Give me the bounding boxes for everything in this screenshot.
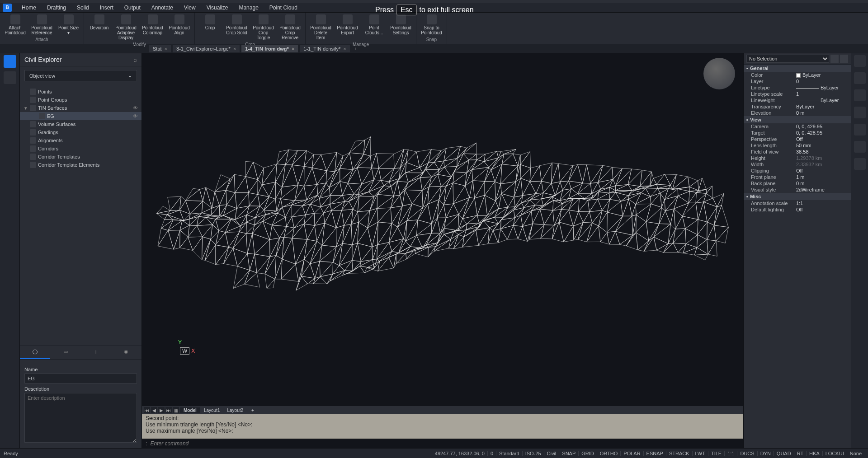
prop-row-clipping[interactable]: ClippingOff bbox=[744, 168, 851, 174]
prop-row-elevation[interactable]: Elevation0 m bbox=[744, 110, 851, 116]
tree-item-corridor-templates[interactable]: Corridor Templates bbox=[20, 153, 142, 161]
status-toggle-hka[interactable]: HKA bbox=[806, 451, 822, 456]
ribbon-tool-pointcloud-adaptive-display[interactable]: Pointcloud Adaptive Display bbox=[113, 14, 138, 41]
tree-item-gradings[interactable]: Gradings bbox=[20, 128, 142, 136]
close-icon[interactable]: × bbox=[292, 46, 294, 51]
tab-definitions[interactable]: ▭ bbox=[50, 346, 80, 359]
tree-item-eg[interactable]: EG👁 bbox=[20, 112, 142, 120]
layout-tab-layout1[interactable]: Layout1 bbox=[200, 407, 224, 413]
status-toggle-tile[interactable]: TILE bbox=[708, 451, 724, 456]
prop-row-back-plane[interactable]: Back plane0 m bbox=[744, 180, 851, 187]
name-field[interactable] bbox=[24, 374, 137, 383]
view-cube[interactable] bbox=[703, 58, 735, 89]
prop-row-target[interactable]: Target0, 0, 428.95 bbox=[744, 130, 851, 136]
prop-row-linetype[interactable]: LinetypeByLayer bbox=[744, 84, 851, 91]
ribbon-tool-point-size-[interactable]: Point Size ▾ bbox=[56, 14, 81, 36]
layout-tab-layout2[interactable]: Layout2 bbox=[223, 407, 247, 413]
ribbon-tool-attach-pointcloud[interactable]: Attach Pointcloud bbox=[3, 14, 28, 36]
new-tab-button[interactable]: + bbox=[352, 46, 360, 51]
status-toggle-civil[interactable]: Civil bbox=[544, 451, 559, 456]
ribbon-tool-pointcloud-export[interactable]: Pointcloud Export bbox=[335, 14, 360, 41]
rail-parametric-icon[interactable] bbox=[854, 124, 866, 136]
prop-section-misc[interactable]: ▪Misc bbox=[744, 193, 851, 200]
search-icon[interactable]: ⌕ bbox=[133, 56, 137, 63]
doc-tab[interactable]: Stat× bbox=[149, 45, 171, 52]
rail-properties-icon[interactable] bbox=[854, 55, 866, 67]
prop-row-default-lighting[interactable]: Default lightingOff bbox=[744, 206, 851, 213]
ribbon-tool-pointcloud-align[interactable]: Pointcloud Align bbox=[167, 14, 192, 41]
status-toggle-lockui[interactable]: LOCKUI bbox=[822, 451, 847, 456]
menu-visualize[interactable]: Visualize bbox=[201, 3, 234, 12]
status-toggle-none[interactable]: None bbox=[847, 451, 864, 456]
layout-list[interactable]: ▦ bbox=[173, 407, 179, 413]
ribbon-tool-crop[interactable]: Crop bbox=[198, 14, 222, 41]
prop-row-perspective[interactable]: PerspectiveOff bbox=[744, 136, 851, 142]
prop-row-lens-length[interactable]: Lens length50 mm bbox=[744, 142, 851, 149]
rail-structure-icon[interactable] bbox=[854, 89, 866, 101]
prop-section-view[interactable]: ▪View bbox=[744, 116, 851, 123]
tab-snapshot[interactable]: ◉ bbox=[111, 346, 142, 359]
prop-pin-icon[interactable] bbox=[840, 55, 848, 63]
doc-tab[interactable]: 1-1_TIN densify*× bbox=[300, 45, 349, 52]
status-toggle-esnap[interactable]: ESNAP bbox=[643, 451, 666, 456]
tree-item-point-groups[interactable]: Point Groups bbox=[20, 96, 142, 104]
prop-row-annotation-scale[interactable]: Annotation scale1:1 bbox=[744, 200, 851, 206]
menu-output[interactable]: Output bbox=[119, 3, 146, 12]
prop-row-lineweight[interactable]: LineweightByLayer bbox=[744, 97, 851, 103]
view-mode-dropdown[interactable]: Object view ⌄ bbox=[24, 70, 137, 81]
tree-item-volume-surfaces[interactable]: Volume Surfaces bbox=[20, 120, 142, 128]
layout-add[interactable]: + bbox=[248, 407, 258, 413]
ribbon-tool-pointcloud-crop-remove[interactable]: Pointcloud Crop Remove bbox=[278, 14, 302, 41]
tab-info[interactable]: ⓘ bbox=[20, 346, 50, 359]
description-field[interactable] bbox=[24, 393, 137, 443]
status-toggle-ducs[interactable]: DUCS bbox=[737, 451, 757, 456]
layout-nav-next[interactable]: ▶ bbox=[158, 407, 165, 413]
command-input[interactable]: : Enter command bbox=[142, 439, 743, 448]
status-toggle-ortho[interactable]: ORTHO bbox=[597, 451, 621, 456]
tree-item-points[interactable]: Points bbox=[20, 88, 142, 96]
close-icon[interactable]: × bbox=[233, 46, 236, 51]
rail-tips-icon[interactable] bbox=[854, 158, 866, 170]
menu-home[interactable]: Home bbox=[16, 3, 42, 12]
ribbon-tool-pointcloud-crop-toggle[interactable]: Pointcloud Crop Toggle bbox=[251, 14, 276, 41]
rail-layers-icon[interactable] bbox=[854, 72, 866, 84]
ribbon-tool-pointcloud-delete-item[interactable]: Pointcloud Delete Item bbox=[308, 14, 333, 41]
ribbon-tool-pointcloud-crop-solid[interactable]: Pointcloud Crop Solid bbox=[224, 14, 249, 41]
status-toggle-rt[interactable]: RT bbox=[794, 451, 806, 456]
close-icon[interactable]: × bbox=[343, 46, 346, 51]
close-icon[interactable]: × bbox=[165, 46, 167, 51]
tab-statistics[interactable]: ⫼ bbox=[81, 346, 111, 359]
ribbon-tool-deviation[interactable]: Deviation bbox=[87, 14, 112, 41]
menu-annotate[interactable]: Annotate bbox=[146, 3, 179, 12]
layout-nav-first[interactable]: ⏮ bbox=[144, 407, 150, 413]
prop-row-transparency[interactable]: TransparencyByLayer bbox=[744, 103, 851, 110]
menu-view[interactable]: View bbox=[179, 3, 201, 12]
layout-nav-last[interactable]: ⏭ bbox=[165, 407, 172, 413]
menu-insert[interactable]: Insert bbox=[94, 3, 119, 12]
status-toggle-0[interactable]: 0 bbox=[487, 451, 496, 456]
doc-tab[interactable]: 1-4_TIN from dwg*× bbox=[241, 45, 298, 52]
expand-icon[interactable]: ▾ bbox=[24, 105, 28, 111]
status-toggle-strack[interactable]: STRACK bbox=[666, 451, 692, 456]
prop-section-general[interactable]: ▪General bbox=[744, 65, 851, 72]
prop-row-visual-style[interactable]: Visual style2dWireframe bbox=[744, 187, 851, 193]
ribbon-tool-point-clouds-[interactable]: Point Clouds... bbox=[362, 14, 387, 41]
prop-row-color[interactable]: ColorByLayer bbox=[744, 72, 851, 78]
status-toggle-quad[interactable]: QUAD bbox=[774, 451, 794, 456]
ribbon-tool-pointcloud-colormap[interactable]: Pointcloud Colormap bbox=[140, 14, 165, 41]
app-icon[interactable]: B bbox=[3, 4, 12, 12]
rail-btn-2[interactable] bbox=[4, 71, 16, 84]
menu-drafting[interactable]: Drafting bbox=[42, 3, 71, 12]
prop-row-camera[interactable]: Camera0, 0, 429.95 bbox=[744, 123, 851, 130]
status-toggle-lwt[interactable]: LWT bbox=[692, 451, 708, 456]
status-toggle-1-1[interactable]: 1:1 bbox=[724, 451, 737, 456]
drawing-canvas[interactable]: Y WX bbox=[142, 53, 743, 406]
visibility-icon[interactable]: 👁 bbox=[133, 113, 138, 119]
menu-point-cloud[interactable]: Point Cloud bbox=[264, 3, 303, 12]
ribbon-tool-snap-to-pointcloud[interactable]: Snap to Pointcloud bbox=[419, 14, 444, 36]
menu-manage[interactable]: Manage bbox=[233, 3, 264, 12]
layout-nav-prev[interactable]: ◀ bbox=[151, 407, 157, 413]
rail-cloud-icon[interactable] bbox=[854, 141, 866, 153]
ribbon-tool-pointcloud-settings[interactable]: Pointcloud Settings bbox=[388, 14, 413, 41]
rail-civil-explorer[interactable] bbox=[4, 55, 16, 68]
